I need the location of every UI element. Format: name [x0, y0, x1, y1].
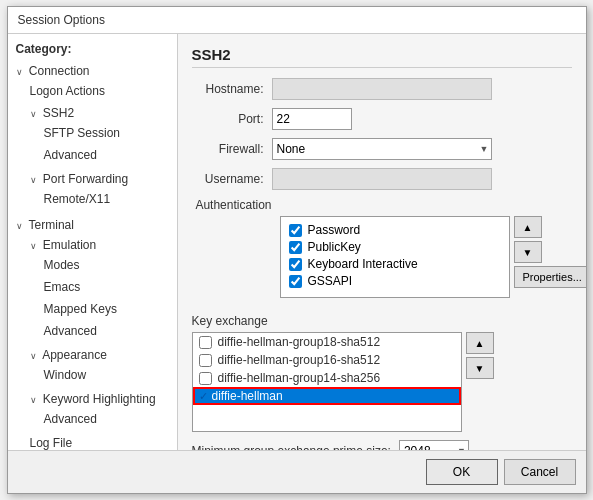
auth-password-checkbox[interactable]: [289, 224, 302, 237]
cancel-button[interactable]: Cancel: [504, 459, 576, 485]
auth-publickey-checkbox[interactable]: [289, 241, 302, 254]
hostname-label: Hostname:: [192, 82, 272, 96]
sidebar-item-appearance[interactable]: ∨ Appearance Window: [22, 344, 177, 388]
sidebar-item-mapped-keys[interactable]: Mapped Keys: [36, 298, 177, 320]
session-options-dialog: Session Options Category: ∨ Connection L…: [7, 6, 587, 494]
sidebar-item-logon-actions[interactable]: Logon Actions: [22, 80, 177, 102]
sidebar-item-emulation[interactable]: ∨ Emulation Modes Emacs Mapped Keys Adva…: [22, 234, 177, 344]
keyex-item-dh-group18[interactable]: diffie-hellman-group18-sha512: [193, 333, 461, 351]
auth-up-button[interactable]: ▲: [514, 216, 542, 238]
keyex-checkbox-dh-group18[interactable]: [199, 336, 212, 349]
firewall-label: Firewall:: [192, 142, 272, 156]
sidebar-item-modes[interactable]: Modes: [36, 254, 177, 276]
sidebar-item-terminal[interactable]: ∨ Terminal ∨ Emulation Modes Emacs Mappe…: [8, 214, 177, 450]
auth-box-container: Authentication Password PublicKey: [192, 198, 586, 306]
sidebar-item-log-file[interactable]: Log File: [22, 432, 177, 450]
keyex-check-icon-dh: ✓: [199, 390, 208, 403]
sidebar-item-emacs[interactable]: Emacs: [36, 276, 177, 298]
keyex-label-dh: diffie-hellman: [212, 389, 283, 403]
keyex-checkbox-dh-group14[interactable]: [199, 372, 212, 385]
keyex-label-dh-group16: diffie-hellman-group16-sha512: [218, 353, 381, 367]
mingroup-row: Minimum group exchange prime size: 2048 …: [192, 440, 572, 450]
sidebar-item-advanced-ssh2[interactable]: Advanced: [36, 144, 177, 166]
port-label: Port:: [192, 112, 272, 126]
username-label: Username:: [192, 172, 272, 186]
port-row: Port:: [192, 108, 572, 130]
key-exchange-section: Key exchange diffie-hellman-group18-sha5…: [192, 314, 572, 450]
sidebar-item-connection[interactable]: ∨ Connection Logon Actions ∨ SSH2 SFTP S…: [8, 60, 177, 214]
keyex-up-button[interactable]: ▲: [466, 332, 494, 354]
dialog-body: Category: ∨ Connection Logon Actions ∨ S…: [8, 34, 586, 450]
auth-keyboard-label: Keyboard Interactive: [308, 257, 418, 271]
auth-section-label: Authentication: [192, 198, 280, 212]
keyex-checkbox-dh-group16[interactable]: [199, 354, 212, 367]
sidebar-item-keyword-highlighting[interactable]: ∨ Keyword Highlighting Advanced: [22, 388, 177, 432]
keyex-label: Key exchange: [192, 314, 572, 328]
sidebar-item-port-forwarding[interactable]: ∨ Port Forwarding Remote/X11: [22, 168, 177, 212]
keyex-item-dh-group14[interactable]: diffie-hellman-group14-sha256: [193, 369, 461, 387]
category-sidebar: Category: ∨ Connection Logon Actions ∨ S…: [8, 34, 178, 450]
auth-keyboard-checkbox[interactable]: [289, 258, 302, 271]
keyex-list-wrapper: diffie-hellman-group18-sha512 diffie-hel…: [192, 332, 572, 432]
keyex-down-button[interactable]: ▼: [466, 357, 494, 379]
mingroup-select[interactable]: 2048 1024 4096: [399, 440, 469, 450]
keyex-item-dh-group16[interactable]: diffie-hellman-group16-sha512: [193, 351, 461, 369]
sidebar-header: Category:: [8, 38, 177, 60]
sidebar-item-window[interactable]: Window: [36, 364, 177, 386]
ok-button[interactable]: OK: [426, 459, 498, 485]
authentication-section: Authentication Password PublicKey: [192, 198, 572, 306]
sidebar-item-remote-x11[interactable]: Remote/X11: [36, 188, 177, 210]
keyex-side-buttons: ▲ ▼: [466, 332, 494, 379]
keyex-item-dh[interactable]: ✓ diffie-hellman: [193, 387, 461, 405]
auth-keyboard-row: Keyboard Interactive: [289, 257, 501, 271]
auth-password-label: Password: [308, 223, 361, 237]
main-content: SSH2 Hostname: Port: Firewall: None ▼: [178, 34, 586, 450]
title-text: Session Options: [18, 13, 105, 27]
auth-gssapi-row: GSSAPI: [289, 274, 501, 288]
sidebar-item-sftp-session[interactable]: SFTP Session: [36, 122, 177, 144]
auth-publickey-row: PublicKey: [289, 240, 501, 254]
sidebar-item-advanced-terminal[interactable]: Advanced: [36, 320, 177, 342]
mingroup-select-wrapper: 2048 1024 4096 ▼: [399, 440, 469, 450]
auth-gssapi-checkbox[interactable]: [289, 275, 302, 288]
auth-gssapi-label: GSSAPI: [308, 274, 353, 288]
keyex-list: diffie-hellman-group18-sha512 diffie-hel…: [192, 332, 462, 432]
hostname-row: Hostname:: [192, 78, 572, 100]
auth-password-row: Password: [289, 223, 501, 237]
port-input[interactable]: [272, 108, 352, 130]
keyex-label-dh-group14: diffie-hellman-group14-sha256: [218, 371, 381, 385]
dialog-footer: OK Cancel: [8, 450, 586, 493]
dialog-title: Session Options: [8, 7, 586, 34]
keyex-label-dh-group18: diffie-hellman-group18-sha512: [218, 335, 381, 349]
username-input[interactable]: [272, 168, 492, 190]
auth-publickey-label: PublicKey: [308, 240, 361, 254]
auth-box: Password PublicKey Keyboard Interactive: [280, 216, 510, 298]
firewall-row: Firewall: None ▼: [192, 138, 572, 160]
sidebar-item-ssh2[interactable]: ∨ SSH2 SFTP Session Advanced: [22, 102, 177, 168]
firewall-select[interactable]: None: [272, 138, 492, 160]
hostname-input[interactable]: [272, 78, 492, 100]
sidebar-item-advanced-kw[interactable]: Advanced: [36, 408, 177, 430]
username-row: Username:: [192, 168, 572, 190]
section-title: SSH2: [192, 46, 572, 68]
auth-down-button[interactable]: ▼: [514, 241, 542, 263]
properties-button[interactable]: Properties...: [514, 266, 586, 288]
